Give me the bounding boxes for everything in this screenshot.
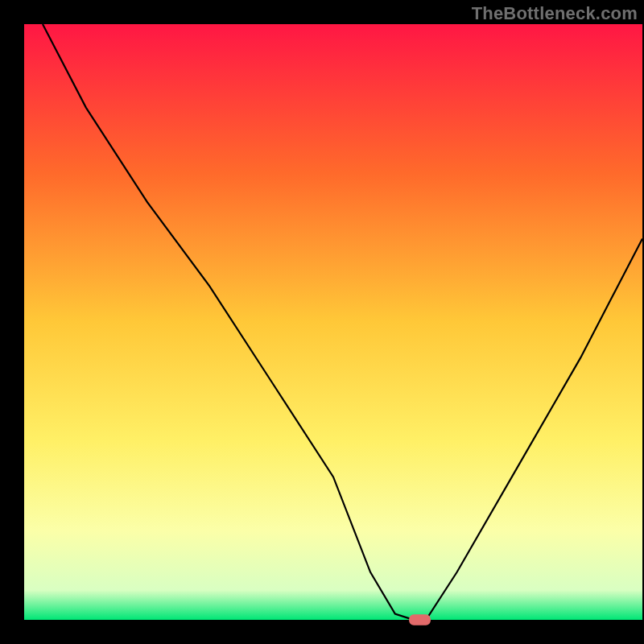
bottleneck-chart: [0, 0, 644, 644]
chart-background: [24, 24, 642, 620]
target-marker: [409, 614, 431, 625]
watermark: TheBottleneck.com: [472, 3, 638, 24]
